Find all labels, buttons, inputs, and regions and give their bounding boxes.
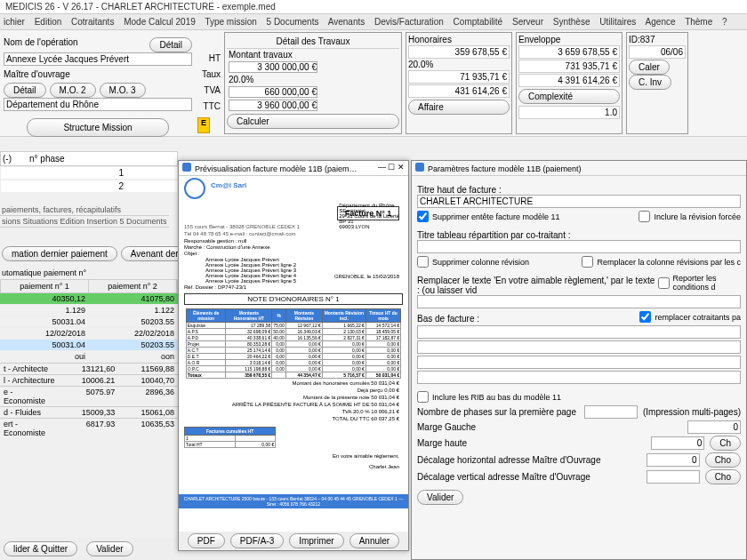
invoice-table: Éléments de missionMontants Honoraires H… bbox=[186, 308, 402, 379]
menu-theme[interactable]: Thème bbox=[685, 17, 712, 27]
supp-entete-checkbox[interactable] bbox=[417, 211, 429, 222]
mo2-button[interactable]: M.O. 2 bbox=[50, 83, 96, 98]
affaire-button[interactable]: Affaire bbox=[408, 100, 510, 115]
cho-button[interactable]: Cho bbox=[705, 452, 741, 468]
repl-text-input[interactable] bbox=[417, 295, 741, 308]
titre-haut-input[interactable] bbox=[417, 195, 741, 208]
repl-text-label: Remplacer le texte 'En votre aimable règ… bbox=[417, 276, 658, 295]
nom-op-input[interactable] bbox=[4, 52, 192, 66]
table-row: A.P.D40 338,61 €40,0016 135,56 €2 827,31… bbox=[186, 335, 401, 341]
annuler-button[interactable]: Annuler bbox=[349, 533, 399, 548]
complexite-button[interactable]: Complexité bbox=[518, 89, 620, 104]
bas-facture-input2[interactable] bbox=[417, 340, 741, 354]
structure-mission-button[interactable]: Structure Mission bbox=[27, 118, 168, 137]
menu-edition[interactable]: Edition bbox=[35, 17, 62, 27]
mo-label: Maître d'ouvrage bbox=[4, 69, 192, 79]
payment-row[interactable]: 12/02/201822/02/2018 bbox=[0, 328, 178, 340]
menu-help[interactable]: ? bbox=[722, 17, 727, 27]
last-payment-button[interactable]: mation dernier paiement bbox=[2, 246, 117, 261]
mo-detail-button[interactable]: Détail bbox=[4, 83, 46, 98]
mo-input[interactable] bbox=[4, 98, 192, 111]
decalage-h-input[interactable] bbox=[647, 453, 700, 467]
imprimer-button[interactable]: Imprimer bbox=[289, 533, 343, 548]
maximize-icon[interactable]: ☐ bbox=[388, 163, 395, 172]
pdfa3-button[interactable]: PDF/A-3 bbox=[230, 533, 284, 548]
cotraitant-row[interactable]: ert - Economiste6817.9310635,53 bbox=[0, 418, 178, 438]
report-cond-checkbox[interactable] bbox=[658, 277, 670, 289]
travaux-tva[interactable] bbox=[229, 86, 317, 98]
menu-agence[interactable]: Agence bbox=[646, 17, 676, 27]
cumul-table: Factures cumulées HT 1 Total HT0,00 € bbox=[184, 427, 276, 448]
table-header: Totaux HT du mois bbox=[365, 309, 400, 323]
menu-modecalcul[interactable]: Mode Calcul 2019 bbox=[124, 17, 196, 27]
bas-facture-input[interactable] bbox=[417, 325, 741, 339]
travaux-ttc[interactable] bbox=[229, 100, 317, 111]
calculer-button[interactable]: Calculer bbox=[227, 114, 399, 129]
table-header: Éléments de mission bbox=[186, 309, 226, 323]
e-badge: E bbox=[197, 117, 210, 133]
table-header: Montants Révision bbox=[285, 309, 322, 323]
phase-row[interactable]: 1 bbox=[0, 166, 178, 180]
supp-col-checkbox[interactable] bbox=[417, 256, 429, 268]
nom-op-label: Nom de l'opération bbox=[4, 37, 78, 47]
menu-devis[interactable]: Devis/Facturation bbox=[374, 17, 444, 27]
payment-row[interactable]: 40350,1241075,80 bbox=[0, 293, 178, 305]
marge-gauche-input[interactable] bbox=[687, 420, 741, 434]
caler-button[interactable]: Caler bbox=[629, 60, 670, 75]
cotraitant-row[interactable]: d - Fluides15009,3315061,08 bbox=[0, 406, 178, 418]
detail-button[interactable]: Détail bbox=[149, 37, 192, 52]
inclure-rib-label: Inclure les RIB au bas du modèle 11 bbox=[432, 393, 561, 402]
menu-fichier[interactable]: ichier bbox=[4, 17, 25, 27]
inclure-rib-checkbox[interactable] bbox=[417, 391, 429, 403]
payment-row[interactable]: 50031.0450203.55 bbox=[0, 340, 178, 351]
marge-haute-input[interactable] bbox=[651, 436, 704, 450]
inclure-revision-checkbox[interactable] bbox=[639, 211, 650, 222]
cho-button2[interactable]: Cho bbox=[705, 469, 741, 484]
dlg1-title: Prévisualisation facture modèle 11B (pai… bbox=[195, 164, 357, 173]
menu-synthese[interactable]: Synthèse bbox=[553, 17, 590, 27]
titre-repart-input[interactable] bbox=[417, 240, 741, 253]
repl-cotraitants-checkbox[interactable] bbox=[639, 311, 651, 323]
payment-row[interactable]: 50031.0450203.55 bbox=[0, 316, 178, 328]
total-line: Montant des honoraires cumulés 50 031,04… bbox=[188, 380, 399, 386]
inclure-revision-label: Inclure la révision forcée bbox=[654, 212, 741, 221]
bas-facture-input4[interactable] bbox=[417, 371, 741, 384]
pdf-button[interactable]: PDF bbox=[188, 533, 225, 548]
ch-button[interactable]: Ch bbox=[710, 436, 741, 451]
cinv-button[interactable]: C. Inv bbox=[629, 75, 671, 90]
bas-facture-label: Bas de facture : bbox=[417, 314, 479, 325]
client-line: 69003 LYON bbox=[339, 224, 399, 229]
montant-input[interactable] bbox=[229, 61, 317, 73]
menu-serveur[interactable]: Serveur bbox=[512, 17, 543, 27]
valider-quitter-button[interactable]: lider & Quitter bbox=[4, 541, 77, 556]
tva-label: TVA bbox=[197, 85, 221, 101]
payment-row[interactable]: ouioon bbox=[0, 351, 178, 363]
valider-button[interactable]: Valider bbox=[86, 541, 133, 556]
menu-typemission[interactable]: Type mission bbox=[205, 17, 256, 27]
cotraitant-row[interactable]: e - Economiste5075.972896,36 bbox=[0, 386, 178, 406]
ref-dossier: Réf. Dossier : DP747-23/1 bbox=[184, 284, 403, 290]
cotraitant-row[interactable]: l - Architecture10006.2110040,70 bbox=[0, 374, 178, 386]
menu-utilitaires[interactable]: Utilitaires bbox=[599, 17, 636, 27]
honoraires-box: Honoraires 359 678,55 € 20.0% 71 935,71 … bbox=[406, 32, 512, 134]
repl-col-checkbox[interactable] bbox=[582, 256, 593, 268]
dlg2-valider-button[interactable]: Valider bbox=[417, 490, 463, 505]
paytab-2[interactable]: sions Situations Edition Insertion 5 Doc… bbox=[0, 216, 169, 228]
bas-facture-input3[interactable] bbox=[417, 356, 741, 369]
cotraitant-row[interactable]: t - Architecte13121,6011569,88 bbox=[0, 363, 178, 374]
menu-documents[interactable]: 5 Documents bbox=[267, 17, 319, 27]
decalage-v-input[interactable] bbox=[647, 470, 700, 484]
honoraires-title: Honoraires bbox=[408, 35, 510, 44]
menu-avenants[interactable]: Avenants bbox=[328, 17, 365, 27]
invoice-footer: CHARLET ARCHITECTURE 2500 Isaure - 133 c… bbox=[179, 494, 408, 508]
payment-row[interactable]: 1.1291.122 bbox=[0, 305, 178, 316]
close-icon[interactable]: ✕ bbox=[398, 163, 405, 172]
menu-cotraitants[interactable]: Cotraitants bbox=[71, 17, 114, 27]
supp-col-label: Supprimer colonne révision bbox=[432, 258, 529, 267]
nb-phases-input[interactable] bbox=[584, 405, 638, 419]
mo3-button[interactable]: M.O. 3 bbox=[100, 83, 146, 98]
menu-compta[interactable]: Comptabilité bbox=[454, 17, 503, 27]
minimize-icon[interactable]: — bbox=[378, 163, 386, 172]
phase-row[interactable]: 2 bbox=[0, 180, 178, 193]
paytab-1[interactable]: paiements, factures, récapitulatifs bbox=[0, 204, 169, 216]
